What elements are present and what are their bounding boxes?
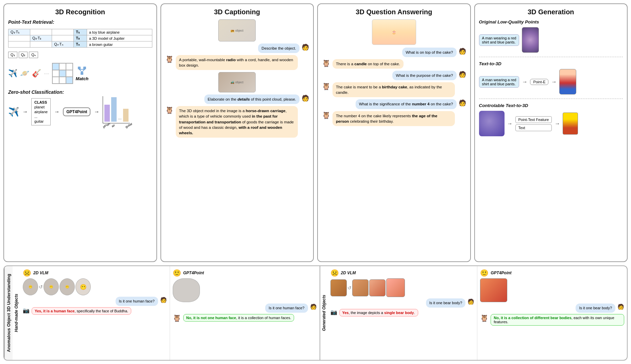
handmade-question-row: Is it one human face? 🧑	[23, 297, 167, 306]
arrow-icon-1: →	[522, 79, 527, 85]
qa-a1-row: 🦉 There is a candle on top of the cake.	[322, 59, 466, 69]
qa-q3-row: What is the significance of the number 4…	[322, 99, 466, 109]
bear-img-big	[386, 278, 405, 297]
point-e-box: Point-E	[530, 79, 548, 85]
bar-labels: pPlan air guitar	[103, 124, 131, 127]
face-img-3: 😶	[59, 278, 75, 295]
bad-smiley-2: ☹️	[330, 269, 339, 277]
svg-rect-1	[83, 67, 86, 69]
class-item: airplane	[33, 109, 49, 114]
gpt-label-2: GPT4Point	[491, 271, 511, 275]
table-row: Q₂·T₂ T₂ a 3D model of Jupiter	[8, 35, 152, 41]
qa-owl-2: 🦉	[322, 82, 330, 90]
class-item: ...	[33, 114, 49, 119]
generated-section: Generated Objects ☹️ 2D VLM ↺ I	[320, 266, 627, 360]
retrieval-table: Q₁·T₁ T₁ a toy blue airplane Q₂·T₂ T₂ a …	[8, 29, 152, 48]
match-grid	[52, 63, 73, 84]
cake-image: 🎂	[372, 19, 416, 45]
gen-ctrl-row: → Point-Text Feature Text →	[479, 111, 623, 136]
generation-title: 3D Generation	[479, 8, 623, 16]
qa-owl-3: 🦉	[322, 111, 330, 119]
svg-line-3	[79, 69, 82, 72]
qa-content: What is on top of the cake? 🧑 🦉 There is…	[322, 48, 466, 126]
ctrl-point-cloud	[479, 111, 505, 136]
gpt-question-row-2: Is it one bear body? 🧑	[480, 304, 624, 313]
vlm-label-2: 2D VLM	[341, 271, 356, 275]
match-label: Match	[76, 76, 89, 81]
caption-user-bubble-1: Describe the object.	[258, 44, 300, 53]
svg-rect-2	[81, 72, 83, 75]
user-face-small-3: 🧑	[467, 298, 474, 305]
qa-q1-row: What is on top of the cake? 🧑	[322, 48, 466, 57]
face-img-single	[173, 278, 200, 302]
table-row: Qₙ·Tₙ Tₙ a brown guitar	[8, 41, 152, 48]
generated-gpt-header: 🙂 GPT4Point	[480, 269, 624, 277]
carriage-object-image: 🚜 object	[218, 72, 256, 92]
bar-dots: ...	[118, 116, 121, 122]
generated-gpt-half: 🙂 GPT4Point Is it one bear body? 🧑 🦉 No,…	[477, 266, 627, 360]
zero-shot-label: Zero-shot Classification:	[8, 89, 152, 95]
qa-q2-row: What is the purpose of the cake? 🧑	[322, 71, 466, 80]
bottom-row: Anomalous Object 3D Understanding Hand-m…	[3, 265, 628, 361]
arrow-icon: →	[22, 109, 28, 115]
main-container: 3D Recognition Point-Text Retrieval: Q₁·…	[0, 0, 631, 364]
vlm-bear-answer-box: Yes, the image depicts a single bear bod…	[339, 309, 418, 316]
caption-bot-bubble-2: The 3D object model in the image is a ho…	[176, 106, 298, 137]
gen-text3d-row: A man wearing a redshirt and blue pants.…	[479, 69, 623, 94]
qa-title: 3D Question Answering	[322, 8, 466, 16]
arrow2-icon: →	[54, 109, 59, 115]
camera-icon-1: 📷	[23, 307, 30, 314]
class-item: planet	[33, 105, 49, 109]
gen-divider-2	[479, 99, 623, 99]
user-face-icon-1: 🧑	[302, 44, 309, 51]
anomalous-label: Anomalous Object 3D Understanding	[4, 266, 13, 360]
qa-face-3: 🧑	[459, 99, 466, 107]
qa-user-2: What is the purpose of the cake?	[392, 71, 456, 80]
gpt4point-box: GPT4Point	[63, 107, 90, 116]
human-3d-model	[559, 69, 576, 94]
point-text-feature-box: Point-Text Feature	[515, 116, 552, 123]
caption-bot-row-1: 🦉 A portable, wall-mountable radio with …	[165, 55, 309, 70]
vlm-answer-row: 📷 Yes, it is a human face, specifically …	[23, 307, 167, 315]
vlm-bear-answer-row: 📷 Yes, the image depicts a single bear b…	[330, 309, 475, 316]
gen-orig-text: A man wearing a redshirt and blue pants.	[479, 34, 519, 46]
handmade-gpt-header: 🙂 GPT4Point	[173, 269, 317, 277]
arrow-icon-3: →	[507, 121, 513, 127]
face-img-1: 😶	[23, 278, 38, 295]
owl-icon-bottom-2: 🦉	[480, 314, 489, 322]
planet-icon: 🪐	[20, 69, 29, 78]
handmade-vlm-half: ☹️ 2D VLM 😶 ↺ 😶 😶 😶 Is it one human face…	[20, 266, 170, 360]
bear-question-row: Is it one bear body? 🧑	[330, 298, 475, 308]
owl-icon-1: 🦉	[165, 55, 174, 63]
bar-airplane	[111, 97, 117, 122]
face-img-big: 😶	[75, 278, 91, 295]
retrieval-label: Point-Text Retrieval:	[8, 19, 152, 25]
qa-face-2: 🧑	[459, 71, 466, 78]
bar-pplan	[104, 105, 110, 122]
good-smiley-2: 🙂	[480, 269, 489, 277]
qa-panel: 3D Question Answering 🎂 What is on top o…	[317, 3, 471, 262]
gpt-question-bubble-1: Is it one human face?	[265, 304, 308, 313]
bear-img-1	[330, 279, 347, 296]
gpt-bear-answer-row: 🦉 No, it is a collection of different be…	[480, 314, 624, 326]
class-list: CLASS planet airplane ... guitar	[31, 98, 51, 125]
face-img-2: 😶	[44, 278, 59, 295]
user-face-icon-2: 🧑	[302, 94, 309, 102]
bar-chart: ...	[103, 96, 130, 123]
gpt-question-bubble-2: Is it one bear body?	[576, 304, 615, 313]
airplane-icon: ✈️	[8, 69, 17, 78]
recognition-title: 3D Recognition	[8, 8, 152, 16]
bad-smiley-1: ☹️	[23, 269, 31, 277]
generation-content: Original Low-Quality Points A man wearin…	[479, 19, 623, 136]
caption-user-bubble-2: Elaborate on the details of this point c…	[204, 94, 300, 104]
good-smiley-1: 🙂	[173, 269, 181, 277]
qa-bot-2: The cake is meant to be a birthday cake,…	[332, 82, 455, 97]
match-icon: Match	[76, 66, 89, 81]
qa-bot-3: The number 4 on the cake likely represen…	[332, 111, 455, 126]
guitar-icon: 🎸	[32, 69, 41, 78]
qa-user-1: What is on top of the cake?	[402, 48, 456, 57]
qa-owl-1: 🦉	[322, 59, 330, 67]
generated-vlm-half: ☹️ 2D VLM ↺ Is it one bear body? 🧑	[328, 266, 478, 360]
table-row: Q₁·T₁ T₁ a toy blue airplane	[8, 29, 152, 35]
owl-icon-2: 🦉	[165, 106, 174, 114]
